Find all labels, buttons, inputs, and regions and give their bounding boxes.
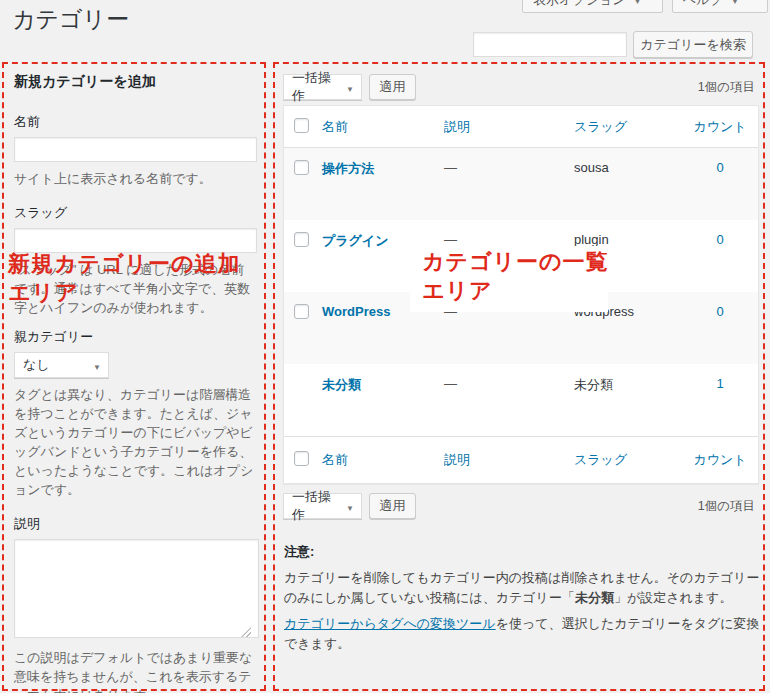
category-count-link[interactable]: 0	[716, 232, 723, 247]
screen-options-label: 表示オプション	[533, 0, 626, 9]
add-category-form: 新規カテゴリーを追加 名前 サイト上に表示される名前です。 スラッグ "スラッグ…	[4, 64, 264, 689]
parent-category-label: 親カテゴリー	[14, 328, 254, 346]
row-checkbox[interactable]	[294, 160, 309, 175]
column-header-description[interactable]: 説明	[444, 119, 470, 134]
column-footer-name[interactable]: 名前	[322, 452, 348, 467]
name-field[interactable]	[14, 137, 257, 162]
page-title: カテゴリー	[12, 5, 129, 33]
category-slug: 未分類	[574, 377, 613, 392]
chevron-down-icon: ▼	[731, 0, 739, 9]
slug-label: スラッグ	[14, 204, 254, 222]
parent-category-select[interactable]: なし ▼	[14, 352, 109, 378]
apply-button[interactable]: 適用	[369, 74, 416, 100]
add-category-annotated-region: 新規カテゴリーを追加 名前 サイト上に表示される名前です。 スラッグ "スラッグ…	[2, 62, 266, 691]
category-name-link[interactable]: 未分類	[322, 377, 361, 392]
help-label: ヘルプ	[683, 0, 723, 9]
note-delete-info: カテゴリーを削除してもカテゴリー内の投稿は削除されません。そのカテゴリーのみにし…	[284, 568, 762, 608]
table-row: 操作方法 — sousa 0	[284, 148, 758, 220]
name-help-text: サイト上に表示される名前です。	[14, 169, 254, 188]
category-description: —	[444, 376, 457, 391]
column-header-name[interactable]: 名前	[322, 119, 348, 134]
table-header-row: 名前 説明 スラッグ カウント	[284, 106, 758, 148]
apply-button[interactable]: 適用	[369, 493, 416, 519]
select-all-checkbox[interactable]	[294, 118, 309, 133]
chevron-down-icon: ▼	[93, 363, 101, 372]
row-checkbox[interactable]	[294, 232, 309, 247]
name-label: 名前	[14, 113, 254, 131]
category-name-link[interactable]: WordPress	[322, 304, 390, 319]
description-help-text: この説明はデフォルトではあまり重要な意味を持ちませんが、これを表示するテーマも中…	[14, 648, 254, 693]
column-footer-slug[interactable]: スラッグ	[574, 452, 627, 467]
search-categories-button[interactable]: カテゴリーを検索	[633, 31, 753, 58]
note-converter-info: カテゴリーからタグへの変換ツールを使って、選択したカテゴリーをタグに変換できます…	[284, 614, 762, 654]
note-text: 」が設定されます。	[614, 590, 733, 605]
annotation-category-list-area: カテゴリーの一覧 エリア	[422, 247, 609, 305]
description-field[interactable]	[14, 539, 259, 638]
row-checkbox[interactable]	[294, 304, 309, 319]
category-count-link[interactable]: 0	[716, 304, 723, 319]
column-header-count[interactable]: カウント	[693, 119, 746, 134]
add-category-heading: 新規カテゴリーを追加	[14, 73, 254, 91]
category-list-annotated-region: 一括操作 ▼ 適用 1個の項目 名前 説明 スラッグ カウント 操作方法 — s…	[273, 62, 765, 691]
category-slug: sousa	[574, 160, 609, 175]
category-name-link[interactable]: プラグイン	[322, 233, 389, 248]
chevron-down-icon: ▼	[634, 0, 642, 9]
column-header-slug[interactable]: スラッグ	[574, 119, 627, 134]
category-to-tag-converter-link[interactable]: カテゴリーからタグへの変換ツール	[284, 616, 496, 631]
table-footer-row: 名前 説明 スラッグ カウント	[284, 436, 758, 483]
bulk-action-select[interactable]: 一括操作 ▼	[283, 493, 362, 519]
help-button[interactable]: ヘルプ ▼	[672, 0, 768, 13]
item-count: 1個の項目	[698, 498, 755, 515]
category-count-link[interactable]: 1	[716, 376, 723, 391]
bulk-action-selected-value: 一括操作	[292, 488, 339, 524]
chevron-down-icon: ▼	[346, 504, 354, 513]
bulk-actions-top: 一括操作 ▼ 適用 1個の項目	[283, 74, 755, 100]
category-description: —	[444, 232, 457, 247]
note-default-category: 未分類	[575, 590, 614, 605]
search-input[interactable]	[473, 32, 627, 57]
annotation-add-category-area: 新規カテゴリーの追加 エリア	[8, 249, 241, 307]
item-count: 1個の項目	[698, 79, 755, 96]
bulk-action-select[interactable]: 一括操作 ▼	[283, 74, 362, 100]
category-name-link[interactable]: 操作方法	[322, 161, 374, 176]
parent-category-help-text: タグとは異なり、カテゴリーは階層構造を持つことができます。たとえば、ジャズという…	[14, 385, 254, 499]
category-description: —	[444, 160, 457, 175]
category-count-link[interactable]: 0	[716, 160, 723, 175]
notes-section: 注意: カテゴリーを削除してもカテゴリー内の投稿は削除されません。そのカテゴリー…	[284, 542, 762, 654]
column-footer-description[interactable]: 説明	[444, 452, 470, 467]
bulk-actions-bottom: 一括操作 ▼ 適用 1個の項目	[283, 493, 755, 519]
chevron-down-icon: ▼	[346, 85, 354, 94]
category-slug: plugin	[574, 232, 609, 247]
select-all-checkbox[interactable]	[294, 451, 309, 466]
bulk-action-selected-value: 一括操作	[292, 69, 339, 105]
parent-category-selected-value: なし	[23, 356, 50, 374]
notes-heading: 注意:	[284, 542, 762, 562]
description-label: 説明	[14, 515, 254, 533]
screen-options-button[interactable]: 表示オプション ▼	[522, 0, 663, 13]
table-row: 未分類 — 未分類 1	[284, 364, 758, 436]
column-footer-count[interactable]: カウント	[693, 452, 746, 467]
